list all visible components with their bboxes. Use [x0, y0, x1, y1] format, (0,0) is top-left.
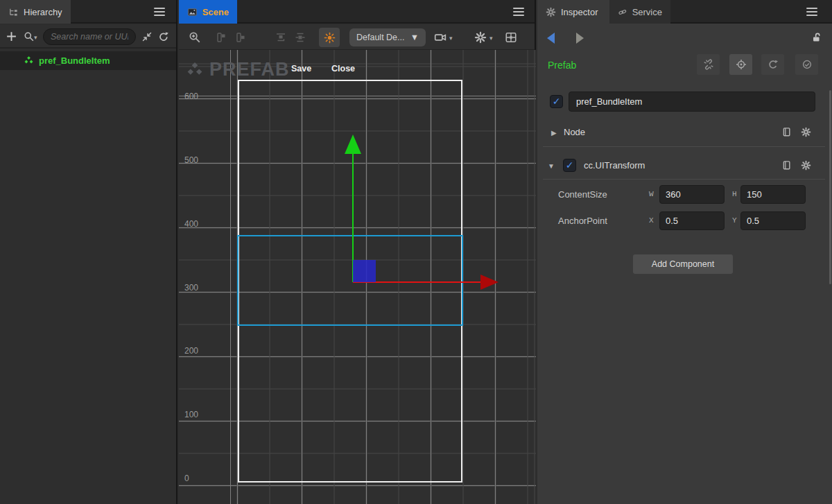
scene-image-icon [187, 7, 198, 17]
refresh-button[interactable] [158, 31, 169, 42]
x-axis-arrowhead-icon[interactable] [480, 275, 499, 290]
ruler-label: 100 [184, 410, 198, 419]
prefab-watermark-label: PREFAB [209, 59, 290, 80]
uitransform-settings-icon[interactable] [801, 160, 811, 171]
ruler-label: 200 [184, 346, 198, 356]
uitransform-section-label: cc.UITransform [584, 160, 645, 171]
search-input[interactable] [43, 28, 136, 45]
view-mode-dropdown[interactable]: Default De... ▼ [349, 28, 426, 46]
contentsize-w-key: W [649, 190, 654, 198]
ruler-label: 600 [184, 92, 198, 101]
search-filter-caret-icon: ▾ [34, 34, 37, 41]
inspector-panel: Inspector Service Prefab ✓ ▶ Node ▼ ✓ [537, 0, 832, 504]
unlink-icon [703, 59, 714, 70]
prefab-locate-button[interactable] [729, 54, 752, 75]
anchorpoint-y-key: Y [732, 216, 737, 225]
prefab-badge: Prefab [548, 60, 576, 71]
search-filter-icon[interactable] [24, 31, 35, 42]
tab-hierarchy[interactable]: Hierarchy [0, 0, 71, 24]
collapse-all-button[interactable] [141, 31, 153, 42]
scene-tab-label: Scene [202, 7, 229, 17]
divider [543, 179, 825, 180]
scene-gear-icon[interactable] [474, 31, 487, 44]
ruler-label: 300 [184, 283, 198, 293]
hierarchy-tab-label: Hierarchy [24, 7, 62, 17]
prefab-unlink-button[interactable] [697, 54, 720, 75]
prefab-watermark-icon [186, 61, 204, 79]
prefab-watermark: PREFAB [186, 59, 290, 80]
align-left-icon[interactable] [215, 31, 227, 44]
save-button[interactable]: Save [291, 64, 311, 73]
node-section-caret-icon[interactable]: ▶ [551, 129, 557, 137]
history-back-button[interactable] [547, 33, 555, 44]
distribute-middle-icon[interactable] [294, 31, 306, 44]
node-section-label: Node [564, 127, 585, 137]
anchorpoint-x-key: X [649, 216, 654, 225]
inspector-gear-icon [546, 7, 556, 17]
align-center-icon[interactable] [234, 31, 247, 44]
scene-toolbar: Default De... ▼ ▾ ▾ [179, 25, 535, 50]
gizmo-light-toggle[interactable] [319, 28, 340, 47]
node-name-input[interactable] [569, 92, 815, 112]
move-gizmo-handle[interactable] [353, 260, 376, 282]
inspector-tabbar: Inspector Service [537, 0, 832, 24]
zoom-tool-icon[interactable] [189, 31, 201, 44]
uitransform-caret-icon[interactable]: ▼ [548, 162, 555, 170]
inspector-menu-button[interactable] [806, 8, 817, 16]
view-mode-value: Default De... [356, 33, 404, 42]
editor-window: Hierarchy ▾ pref_BundleItem Scene [0, 0, 832, 504]
lock-open-icon[interactable] [811, 31, 822, 43]
node-settings-icon[interactable] [801, 127, 811, 137]
hierarchy-toolbar: ▾ [0, 25, 176, 49]
node-active-checkbox[interactable]: ✓ [550, 95, 563, 108]
scene-tabbar: Scene [179, 0, 535, 24]
history-forward-button[interactable] [576, 33, 584, 44]
layout-grid-icon[interactable] [505, 31, 517, 44]
ruler-label: 500 [184, 155, 198, 165]
contentsize-w-input[interactable] [659, 185, 725, 204]
create-node-button[interactable] [6, 31, 17, 42]
contentsize-h-input[interactable] [740, 185, 806, 204]
distribute-top-icon[interactable] [275, 31, 287, 44]
divider [543, 146, 825, 147]
prefab-reset-button[interactable] [761, 54, 784, 75]
node-docs-icon[interactable] [781, 127, 792, 137]
target-icon [736, 59, 747, 70]
hierarchy-item-label: pref_BundleItem [39, 55, 110, 66]
prefab-apply-button[interactable] [795, 54, 818, 75]
anchorpoint-x-input[interactable] [659, 211, 725, 230]
tab-service[interactable]: Service [609, 0, 670, 24]
camera-settings-icon[interactable] [434, 31, 447, 44]
sun-icon [324, 32, 336, 44]
scene-viewport[interactable]: 600 500 400 300 200 100 0 PREFAB Save Cl… [179, 50, 536, 504]
check-circle-icon [801, 59, 813, 70]
gear-caret-icon: ▾ [489, 35, 493, 42]
hierarchy-tabbar: Hierarchy [0, 0, 176, 24]
scene-menu-button[interactable] [513, 8, 524, 16]
service-tab-label: Service [632, 7, 662, 17]
contentsize-label: ContentSize [558, 189, 607, 200]
tab-scene[interactable]: Scene [179, 0, 237, 24]
hierarchy-tree-icon [8, 7, 19, 17]
inspector-tab-label: Inspector [561, 7, 598, 17]
y-axis-arrowhead-icon[interactable] [345, 134, 361, 154]
chevron-down-icon: ▼ [410, 33, 419, 42]
uitransform-enabled-checkbox[interactable]: ✓ [563, 159, 576, 172]
hierarchy-item-pref-bundleitem[interactable]: pref_BundleItem [0, 51, 176, 70]
ruler-label: 0 [184, 473, 189, 483]
anchorpoint-label: AnchorPoint [558, 216, 607, 226]
scene-panel: Scene Default De... ▼ ▾ ▾ [179, 0, 536, 504]
prefab-cube-icon [24, 55, 34, 66]
anchorpoint-y-input[interactable] [740, 211, 806, 230]
close-button[interactable]: Close [331, 64, 355, 73]
contentsize-h-key: H [732, 190, 737, 198]
tab-inspector[interactable]: Inspector [537, 0, 609, 24]
inspector-scrollbar[interactable] [829, 90, 831, 284]
node-bounds-gizmo[interactable] [237, 235, 463, 326]
camera-caret-icon: ▾ [449, 35, 453, 42]
add-component-button[interactable]: Add Component [633, 254, 733, 274]
uitransform-docs-icon[interactable] [781, 160, 792, 171]
ruler-label: 400 [184, 219, 198, 229]
hierarchy-menu-button[interactable] [154, 8, 165, 16]
service-link-icon [618, 7, 627, 17]
